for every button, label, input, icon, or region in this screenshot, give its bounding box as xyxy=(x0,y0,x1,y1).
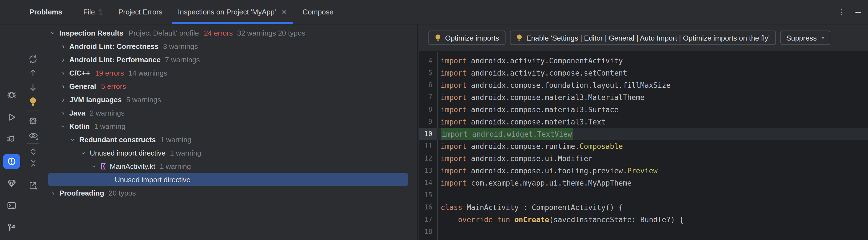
line-number[interactable]: 13 xyxy=(419,164,437,177)
tree-row-kotlin[interactable]: › Kotlin 1 warning xyxy=(43,119,417,133)
tree-row-unused-import-group[interactable]: › Unused import directive 1 warning xyxy=(43,146,417,159)
tree-row-c-cpp[interactable]: › C/C++ 19 errors 14 warnings xyxy=(43,66,417,79)
error-count: 24 errors xyxy=(204,29,233,37)
warning-count: 3 warnings xyxy=(163,42,198,50)
tool-window-header: Problems File 1 Project Errors Inspectio… xyxy=(0,0,868,24)
code-line-unused-import[interactable]: 10 import android.widget.TextView xyxy=(419,128,868,140)
optimize-imports-button[interactable]: Optimize imports xyxy=(429,31,505,45)
code-line[interactable]: 13 import androidx.compose.ui.tooling.pr… xyxy=(419,164,868,177)
typo-count: 20 typos xyxy=(108,189,136,197)
tab-label: Compose xyxy=(303,8,333,16)
line-number[interactable]: 12 xyxy=(419,152,437,164)
chevron-down-icon[interactable]: › xyxy=(49,28,57,38)
debug-icon[interactable] xyxy=(5,88,18,101)
line-number[interactable]: 15 xyxy=(419,189,437,201)
suppress-button[interactable]: Suppress ▾ xyxy=(780,31,830,45)
warning-count: 5 warnings xyxy=(126,95,161,104)
line-number[interactable]: 4 xyxy=(419,54,437,67)
open-in-editor-icon[interactable] xyxy=(27,180,38,191)
tree-row-lint-performance[interactable]: › Android Lint: Performance 7 warnings xyxy=(43,53,417,66)
chevron-right-icon[interactable]: › xyxy=(58,95,68,104)
warning-count: 1 warning xyxy=(170,149,201,157)
line-number[interactable]: 17 xyxy=(419,213,437,225)
quick-fix-actions-bar: Optimize imports Enable 'Settings | Edit… xyxy=(419,24,868,52)
line-number[interactable]: 6 xyxy=(419,79,437,91)
chevron-right-icon[interactable]: › xyxy=(58,42,68,50)
code-line[interactable]: 4 import androidx.activity.ComponentActi… xyxy=(419,54,868,67)
quick-fix-lightbulb-icon[interactable] xyxy=(27,96,38,107)
terminal-icon[interactable] xyxy=(5,199,18,212)
close-tab-icon[interactable]: ✕ xyxy=(282,8,287,16)
kotlin-file-icon xyxy=(100,162,107,170)
tree-row-proofreading[interactable]: › Proofreading 20 typos xyxy=(43,186,417,199)
code-line[interactable]: 12 import androidx.compose.ui.Modifier xyxy=(419,152,868,164)
profiler-icon[interactable] xyxy=(5,133,18,146)
tab-label: Inspections on Project 'MyApp' xyxy=(178,8,276,16)
tree-row-general[interactable]: › General 5 errors xyxy=(43,79,417,93)
run-icon[interactable] xyxy=(5,111,18,124)
warning-count: 1 warning xyxy=(94,122,126,130)
line-number[interactable]: 8 xyxy=(419,103,437,115)
tool-window-stripe xyxy=(0,0,23,240)
warning-count: 7 warnings xyxy=(165,55,200,63)
chevron-right-icon[interactable]: › xyxy=(58,69,68,77)
kebab-menu-icon[interactable] xyxy=(838,8,845,16)
chevron-right-icon[interactable]: › xyxy=(58,55,68,63)
next-problem-icon[interactable] xyxy=(27,82,38,93)
line-number[interactable]: 7 xyxy=(419,91,437,103)
expand-all-icon[interactable] xyxy=(27,146,38,157)
line-number[interactable]: 16 xyxy=(419,201,437,213)
problems-toolbar xyxy=(23,24,44,240)
tree-row-jvm-languages[interactable]: › JVM languages 5 warnings xyxy=(43,93,417,106)
chevron-down-icon[interactable]: › xyxy=(80,148,88,158)
settings-gear-icon[interactable] xyxy=(27,115,38,126)
code-line[interactable]: 17 override fun onCreate(savedInstanceSt… xyxy=(419,213,868,225)
code-line[interactable]: 5 import androidx.activity.compose.setCo… xyxy=(419,67,868,79)
tree-row-inspection-results[interactable]: › Inspection Results 'Project Default' p… xyxy=(43,26,417,39)
chevron-down-icon[interactable]: › xyxy=(69,134,77,144)
code-line[interactable]: 8 import androidx.compose.material3.Surf… xyxy=(419,103,868,115)
tab-compose[interactable]: Compose xyxy=(295,0,341,24)
enable-optimize-on-the-fly-button[interactable]: Enable 'Settings | Editor | General | Au… xyxy=(510,31,776,45)
tab-file[interactable]: File 1 xyxy=(76,0,111,24)
chevron-down-icon[interactable]: › xyxy=(59,121,67,131)
line-number[interactable]: 10 xyxy=(419,128,437,140)
preview-eye-icon[interactable] xyxy=(27,130,38,141)
tree-row-redundant-constructs[interactable]: › Redundant constructs 1 warning xyxy=(43,133,417,146)
code-editor[interactable]: 4 import androidx.activity.ComponentActi… xyxy=(419,52,868,240)
code-line[interactable]: 16 class MainActivity : ComponentActivit… xyxy=(419,201,868,213)
tab-label: Project Errors xyxy=(118,8,162,16)
rerun-inspection-icon[interactable] xyxy=(27,53,38,64)
chevron-right-icon[interactable]: › xyxy=(58,109,68,117)
code-line[interactable]: 6 import androidx.compose.foundation.lay… xyxy=(419,79,868,91)
line-number[interactable]: 14 xyxy=(419,177,437,189)
code-line[interactable]: 15 xyxy=(419,189,868,201)
problems-icon[interactable] xyxy=(3,154,20,169)
minimize-icon[interactable] xyxy=(855,12,861,13)
tree-row-unused-import-item[interactable]: Unused import directive xyxy=(48,173,408,186)
chevron-down-icon[interactable]: › xyxy=(90,161,98,171)
unused-import-highlight: import android.widget.TextView xyxy=(441,128,573,140)
line-number[interactable]: 9 xyxy=(419,115,437,128)
code-line[interactable]: 14 import com.example.myapp.ui.theme.MyA… xyxy=(419,177,868,189)
chevron-right-icon[interactable]: › xyxy=(58,82,68,90)
tree-row-java[interactable]: › Java 2 warnings xyxy=(43,106,417,119)
tree-row-lint-correctness[interactable]: › Android Lint: Correctness 3 warnings xyxy=(43,39,417,53)
tree-row-mainactivity-file[interactable]: › MainActivity.kt 1 warning xyxy=(43,159,417,173)
code-line[interactable]: 7 import androidx.compose.material3.Mate… xyxy=(419,91,868,103)
previous-problem-icon[interactable] xyxy=(27,67,38,78)
code-line[interactable]: 11 import androidx.compose.runtime.Compo… xyxy=(419,140,868,152)
tab-inspections[interactable]: Inspections on Project 'MyApp' ✕ xyxy=(170,0,295,24)
code-line[interactable]: 9 import androidx.compose.material3.Text xyxy=(419,115,868,128)
line-number[interactable]: 5 xyxy=(419,67,437,79)
line-number[interactable]: 18 xyxy=(419,225,437,238)
code-line[interactable]: 18 xyxy=(419,225,868,238)
tab-project-errors[interactable]: Project Errors xyxy=(111,0,170,24)
chevron-right-icon[interactable]: › xyxy=(48,189,58,197)
gem-icon[interactable] xyxy=(5,177,18,190)
collapse-all-icon[interactable] xyxy=(27,158,38,169)
git-branch-icon[interactable] xyxy=(5,221,18,235)
error-count: 19 errors xyxy=(95,69,124,77)
profile-note: 'Project Default' profile xyxy=(127,29,199,37)
line-number[interactable]: 11 xyxy=(419,140,437,152)
